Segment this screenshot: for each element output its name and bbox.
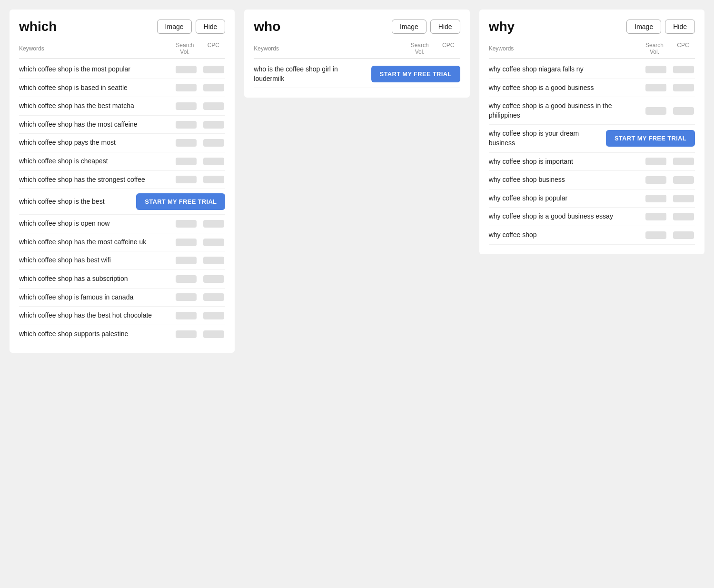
search-vol-pill-which-9 <box>176 239 197 246</box>
search-vol-pill-which-0 <box>176 66 197 73</box>
image-button-which[interactable]: Image <box>157 20 192 34</box>
row-pills-why-0 <box>645 66 695 73</box>
cpc-pill-why-8 <box>673 231 694 239</box>
search-vol-pill-why-8 <box>645 231 666 239</box>
cpc-pill-which-6 <box>203 176 224 183</box>
row-pills-why-8 <box>645 231 695 239</box>
col-sv-header-which: Search Vol. <box>173 42 197 55</box>
keyword-row-why-6: why coffee shop is popular <box>489 189 695 208</box>
cpc-pill-which-2 <box>203 102 224 110</box>
cpc-pill-why-7 <box>673 213 694 220</box>
search-vol-pill-which-1 <box>176 84 197 91</box>
keyword-text-which-10: which coffee shop has best wifi <box>19 256 175 265</box>
col-keywords-header-why: Keywords <box>489 45 643 52</box>
row-pills-why-4 <box>645 158 695 165</box>
keyword-text-which-14: which coffee shop supports palestine <box>19 329 175 339</box>
card-header-which: whichImageHide <box>19 19 225 34</box>
keyword-text-why-0: why coffee shop niagara falls ny <box>489 65 645 74</box>
search-vol-pill-why-1 <box>645 84 666 91</box>
cpc-pill-which-11 <box>203 275 224 283</box>
image-button-why[interactable]: Image <box>626 20 661 34</box>
keyword-text-who-0: who is the coffee shop girl in loudermil… <box>254 65 367 83</box>
keyword-row-which-1: which coffee shop is based in seattle <box>19 79 225 98</box>
search-vol-pill-why-4 <box>645 158 666 165</box>
cpc-pill-which-10 <box>203 257 224 264</box>
card-which: whichImageHideKeywordsSearch Vol.CPCwhic… <box>10 10 235 353</box>
keyword-row-why-2: why coffee shop is a good business in th… <box>489 97 695 125</box>
keyword-text-which-2: which coffee shop has the best matcha <box>19 101 175 111</box>
cpc-pill-which-14 <box>203 330 224 338</box>
keyword-text-why-8: why coffee shop <box>489 230 645 240</box>
hide-button-who[interactable]: Hide <box>430 20 460 34</box>
keyword-text-why-3: why coffee shop is your dream business <box>489 129 606 148</box>
keyword-text-which-8: which coffee shop is open now <box>19 219 175 229</box>
row-pills-why-2 <box>645 107 695 115</box>
search-vol-pill-why-7 <box>645 213 666 220</box>
keyword-row-which-8: which coffee shop is open now <box>19 215 225 233</box>
columns-wrapper: whichImageHideKeywordsSearch Vol.CPCwhic… <box>10 10 704 353</box>
col-sv-header-who: Search Vol. <box>408 42 432 55</box>
keyword-row-why-4: why coffee shop is important <box>489 153 695 171</box>
row-pills-which-13 <box>175 312 225 319</box>
card-header-why: whyImageHide <box>489 19 695 34</box>
search-vol-pill-which-8 <box>176 220 197 228</box>
image-button-who[interactable]: Image <box>392 20 426 34</box>
row-pills-why-6 <box>645 195 695 202</box>
cpc-pill-which-3 <box>203 121 224 129</box>
trial-button-why[interactable]: START MY FREE TRIAL <box>606 130 695 147</box>
cpc-pill-which-13 <box>203 312 224 319</box>
header-buttons-why: ImageHide <box>626 20 695 34</box>
col-cpc-header-who: CPC <box>436 42 460 55</box>
keyword-row-which-9: which coffee shop has the most caffeine … <box>19 233 225 252</box>
keyword-text-which-12: which coffee shop is famous in canada <box>19 293 175 302</box>
keyword-text-which-5: which coffee shop is cheapest <box>19 157 175 166</box>
cpc-pill-why-4 <box>673 158 694 165</box>
keyword-row-why-7: why coffee shop is a good business essay <box>489 208 695 226</box>
search-vol-pill-which-5 <box>176 158 197 165</box>
keyword-row-which-13: which coffee shop has the best hot choco… <box>19 307 225 325</box>
trial-button-which[interactable]: START MY FREE TRIAL <box>136 193 225 210</box>
keyword-text-which-1: which coffee shop is based in seattle <box>19 83 175 93</box>
cpc-pill-which-9 <box>203 239 224 246</box>
row-pills-which-9 <box>175 239 225 246</box>
card-header-who: whoImageHide <box>254 19 460 34</box>
cpc-pill-why-2 <box>673 107 694 115</box>
row-pills-which-8 <box>175 220 225 228</box>
keyword-row-why-0: why coffee shop niagara falls ny <box>489 60 695 79</box>
keyword-row-why-5: why coffee shop business <box>489 171 695 189</box>
row-pills-which-0 <box>175 66 225 73</box>
row-pills-which-2 <box>175 102 225 110</box>
card-why: whyImageHideKeywordsSearch Vol.CPCwhy co… <box>479 10 704 254</box>
keyword-row-why-1: why coffee shop is a good business <box>489 79 695 98</box>
keyword-text-which-4: which coffee shop pays the most <box>19 138 175 148</box>
keyword-row-which-12: which coffee shop is famous in canada <box>19 289 225 307</box>
card-title-which: which <box>19 19 57 34</box>
cpc-pill-which-0 <box>203 66 224 73</box>
keyword-text-why-5: why coffee shop business <box>489 175 645 185</box>
cpc-pill-which-12 <box>203 293 224 301</box>
search-vol-pill-why-5 <box>645 176 666 184</box>
keyword-text-why-6: why coffee shop is popular <box>489 194 645 203</box>
col-cpc-header-why: CPC <box>671 42 695 55</box>
keyword-text-which-0: which coffee shop is the most popular <box>19 65 175 74</box>
row-pills-which-1 <box>175 84 225 91</box>
search-vol-pill-which-6 <box>176 176 197 183</box>
keyword-row-which-7: which coffee shop is the bestSTART MY FR… <box>19 189 225 215</box>
keyword-row-which-3: which coffee shop has the most caffeine <box>19 116 225 134</box>
row-pills-which-11 <box>175 275 225 283</box>
row-pills-why-1 <box>645 84 695 91</box>
keyword-text-which-13: which coffee shop has the best hot choco… <box>19 311 175 320</box>
search-vol-pill-which-11 <box>176 275 197 283</box>
keyword-text-which-11: which coffee shop has a subscription <box>19 274 175 284</box>
col-keywords-header-who: Keywords <box>254 45 407 52</box>
keyword-row-which-4: which coffee shop pays the most <box>19 134 225 152</box>
keyword-row-why-8: why coffee shop <box>489 226 695 245</box>
row-pills-which-12 <box>175 293 225 301</box>
hide-button-which[interactable]: Hide <box>196 20 226 34</box>
hide-button-why[interactable]: Hide <box>665 20 695 34</box>
col-sv-header-why: Search Vol. <box>643 42 666 55</box>
row-pills-why-5 <box>645 176 695 184</box>
keyword-text-which-7: which coffee shop is the best <box>19 197 136 207</box>
trial-button-who[interactable]: START MY FREE TRIAL <box>371 66 460 82</box>
col-cpc-header-which: CPC <box>201 42 225 55</box>
